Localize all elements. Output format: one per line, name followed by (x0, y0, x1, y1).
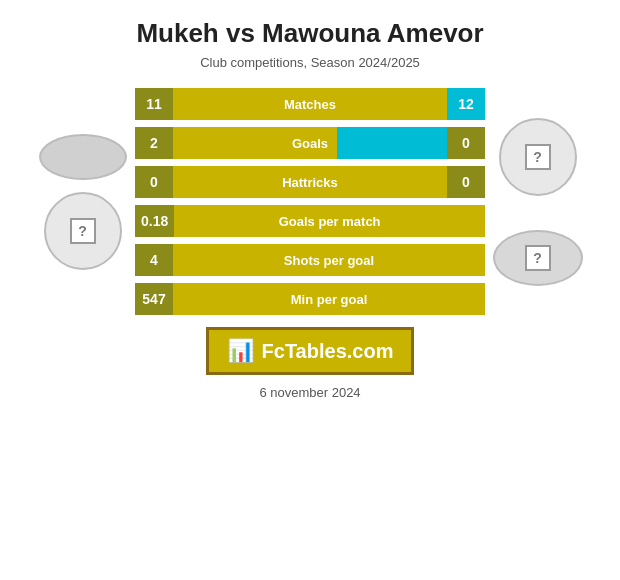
left-avatar-qmark: ? (70, 218, 96, 244)
matches-label: Matches (173, 88, 447, 120)
spg-left-val: 4 (135, 244, 173, 276)
date-label: 6 november 2024 (259, 385, 360, 400)
logo-box: 📊 FcTables.com (206, 327, 415, 375)
matches-left-val: 11 (135, 88, 173, 120)
mpg-left-val: 547 (135, 283, 173, 315)
hattricks-left-val: 0 (135, 166, 173, 198)
page-title: Mukeh vs Mawouna Amevor (136, 18, 483, 49)
goals-left-val: 2 (135, 127, 173, 159)
gpm-left-val: 0.18 (135, 205, 174, 237)
stat-row-min-per-goal: 547 Min per goal (135, 283, 485, 315)
right-avatar-top-qmark: ? (525, 144, 551, 170)
subtitle: Club competitions, Season 2024/2025 (200, 55, 420, 70)
right-avatar-bottom: ? (493, 230, 583, 286)
logo-text: FcTables.com (262, 340, 394, 363)
matches-right-val: 12 (447, 88, 485, 120)
goals-label: Goals (173, 127, 447, 159)
stats-column: 11 Matches 12 2 Goals 0 0 Hattricks 0 (135, 88, 485, 315)
stat-row-goals: 2 Goals 0 (135, 127, 485, 159)
left-avatar-top (39, 134, 127, 180)
goals-right-val: 0 (447, 127, 485, 159)
logo-icon: 📊 (227, 338, 254, 364)
left-avatar-mid: ? (44, 192, 122, 270)
page-container: Mukeh vs Mawouna Amevor Club competition… (0, 0, 620, 580)
spg-label: Shots per goal (173, 244, 485, 276)
stat-row-shots-per-goal: 4 Shots per goal (135, 244, 485, 276)
logo-area: 📊 FcTables.com 6 november 2024 (206, 327, 415, 400)
hattricks-label: Hattricks (173, 166, 447, 198)
gpm-label: Goals per match (174, 205, 485, 237)
stat-row-hattricks: 0 Hattricks 0 (135, 166, 485, 198)
mpg-label: Min per goal (173, 283, 485, 315)
stat-row-matches: 11 Matches 12 (135, 88, 485, 120)
hattricks-right-val: 0 (447, 166, 485, 198)
right-avatar-bottom-qmark: ? (525, 245, 551, 271)
right-player-avatars: ? ? (485, 118, 590, 286)
left-player-avatars: ? (30, 134, 135, 270)
comparison-area: ? 11 Matches 12 2 Goals 0 0 (20, 88, 600, 315)
stat-row-goals-per-match: 0.18 Goals per match (135, 205, 485, 237)
right-avatar-top: ? (499, 118, 577, 196)
